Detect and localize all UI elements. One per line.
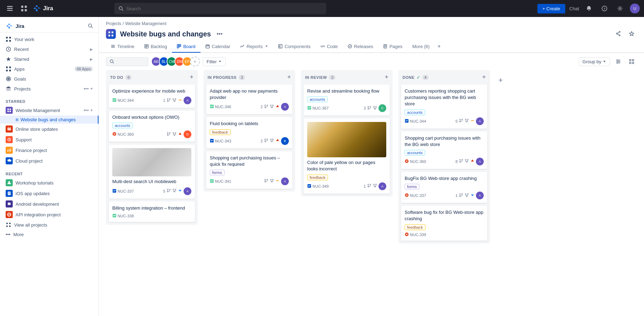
tab-board[interactable]: Board bbox=[172, 41, 201, 53]
filter-button[interactable]: Filter bbox=[203, 57, 226, 66]
tab-more6[interactable]: More (6) bbox=[407, 41, 435, 53]
projects-add-icon[interactable]: + bbox=[90, 86, 93, 92]
sidebar-project-support[interactable]: Support bbox=[0, 134, 99, 145]
tab-backlog[interactable]: Backlog bbox=[139, 41, 172, 53]
card-inp-3[interactable]: Shopping cart purchasing issues – quick … bbox=[206, 151, 292, 189]
card-todo-1[interactable]: Optimize experience for mobile web NUC-3… bbox=[109, 84, 195, 108]
card-done-2[interactable]: Shopping cart purchasing issues with the… bbox=[401, 131, 487, 169]
search-input[interactable] bbox=[126, 6, 322, 11]
tabs-bar: Timeline Backlog Board Calendar Reports bbox=[99, 39, 644, 53]
sidebar-project-cloud[interactable]: Cloud project bbox=[0, 156, 99, 166]
project-add-icon[interactable]: + bbox=[90, 107, 93, 113]
tab-pages[interactable]: Pages bbox=[378, 41, 407, 53]
card-done-3[interactable]: BugFix BG Web-store app crashing forms N… bbox=[401, 172, 487, 203]
tab-releases[interactable]: Releases bbox=[343, 41, 378, 53]
card-todo-4[interactable]: Billing system integration – frontend NU… bbox=[109, 201, 195, 222]
share-icon[interactable] bbox=[613, 30, 624, 39]
sidebar-view-all-projects[interactable]: View all projects bbox=[0, 220, 99, 230]
card-title: Color of pale yellow on our pages looks … bbox=[307, 159, 386, 172]
help-icon[interactable]: ? bbox=[599, 3, 610, 14]
column-done: DONE ✓ 4 + Customers reporting shopping … bbox=[398, 70, 490, 244]
settings-icon[interactable] bbox=[614, 3, 626, 14]
card-meta: 1 A bbox=[163, 96, 191, 104]
sidebar-item-starred[interactable]: Starred ▶ bbox=[0, 54, 99, 64]
svg-point-140 bbox=[267, 139, 268, 140]
sidebar-item-goals[interactable]: Goals bbox=[0, 74, 99, 84]
sidebar-project-online-store[interactable]: Online store updates bbox=[0, 124, 99, 134]
card-todo-2[interactable]: Onboard workout options (OWO) accounts N… bbox=[109, 111, 195, 142]
card-done-4[interactable]: Software bug fix for BG Web-store app cr… bbox=[401, 206, 487, 240]
card-title: Onboard workout options (OWO) bbox=[112, 114, 191, 121]
projects-more-icon[interactable]: ••• bbox=[84, 86, 89, 92]
card-rev-1[interactable]: Revise and streamline booking flow accou… bbox=[304, 84, 390, 116]
sidebar-project-website-management[interactable]: Website Management ••• + bbox=[0, 105, 99, 116]
recent-label: Recent bbox=[14, 47, 87, 52]
card-inp-2[interactable]: Fluid booking on tablets feedback NUC-34… bbox=[206, 117, 292, 148]
card-todo-3[interactable]: Multi-dest search UI mobileweb NUC-337 5… bbox=[109, 145, 195, 198]
column-title-inreview: IN REVIEW bbox=[305, 75, 327, 80]
card-avatar: D bbox=[184, 130, 191, 138]
sidebar-project-api[interactable]: API integration project bbox=[0, 209, 99, 220]
search-bar[interactable] bbox=[114, 3, 326, 14]
cloud-label: Cloud project bbox=[16, 158, 93, 164]
board-view-icon[interactable] bbox=[626, 58, 637, 65]
tab-code[interactable]: Code bbox=[316, 41, 343, 53]
board-search-filter[interactable] bbox=[106, 57, 148, 66]
sidebar-project-finance[interactable]: Finance project bbox=[0, 145, 99, 156]
page-more-btn[interactable]: ••• bbox=[215, 29, 224, 39]
board-settings-icon[interactable] bbox=[613, 58, 624, 65]
jira-logo[interactable]: Jira bbox=[32, 4, 53, 13]
sidebar-subitem-website-bugs[interactable]: ⊞ Website bugs and changes bbox=[0, 116, 99, 124]
svg-point-173 bbox=[460, 119, 461, 120]
sidebar-toggle-icon[interactable] bbox=[4, 3, 16, 14]
sidebar-project-workshop[interactable]: Workshop tutorials bbox=[0, 177, 99, 188]
svg-rect-68 bbox=[177, 45, 178, 48]
sidebar-project-android[interactable]: Android development bbox=[0, 199, 99, 209]
avatar-add-btn[interactable]: + bbox=[190, 57, 200, 66]
card-avatar: A bbox=[281, 177, 289, 185]
breadcrumb-projects-link[interactable]: Projects bbox=[106, 21, 121, 26]
column-add-btn-inprogress[interactable]: + bbox=[287, 74, 291, 81]
card-tag: feedback bbox=[210, 129, 231, 135]
project-more-icon[interactable]: ••• bbox=[84, 107, 89, 113]
add-column-icon[interactable]: + bbox=[496, 74, 506, 87]
tab-reports[interactable]: Reports bbox=[235, 41, 273, 53]
create-button[interactable]: + Create bbox=[537, 4, 565, 13]
sidebar-project-ios[interactable]: iOS app updates bbox=[0, 188, 99, 199]
board-search-input[interactable] bbox=[116, 59, 137, 64]
sidebar-item-your-work[interactable]: Your work bbox=[0, 34, 99, 44]
sidebar-item-recent[interactable]: Recent ▶ bbox=[0, 44, 99, 54]
card-meta: 8 A bbox=[455, 158, 484, 165]
sidebar-item-apps[interactable]: Apps 88 Apps bbox=[0, 64, 99, 74]
tab-calendar[interactable]: Calendar bbox=[201, 41, 235, 53]
user-avatar[interactable]: U bbox=[630, 4, 640, 13]
breadcrumb-project-link[interactable]: Website Management bbox=[125, 21, 167, 26]
column-add-btn-todo[interactable]: + bbox=[190, 74, 193, 81]
card-rev-2[interactable]: Color of pale yellow on our pages looks … bbox=[304, 118, 390, 193]
add-column-btn[interactable]: + bbox=[496, 70, 506, 87]
star-header-icon[interactable] bbox=[626, 30, 637, 39]
group-by-button[interactable]: Group by bbox=[579, 57, 610, 66]
column-count-todo: 6 bbox=[125, 75, 132, 80]
page-title-icon bbox=[106, 29, 116, 39]
apps-grid-icon[interactable] bbox=[18, 3, 30, 14]
svg-point-124 bbox=[173, 189, 174, 190]
sidebar-more-btn[interactable]: ••• More bbox=[0, 230, 99, 239]
card-id: NUC-339 bbox=[405, 232, 426, 237]
column-add-btn-inreview[interactable]: + bbox=[384, 74, 388, 81]
chat-label[interactable]: Chat bbox=[570, 6, 579, 11]
sidebar-item-projects[interactable]: Projects ••• + bbox=[0, 84, 99, 94]
column-cards-todo: Optimize experience for mobile web NUC-3… bbox=[106, 83, 198, 225]
column-inreview: IN REVIEW 3 + Revise and streamline book… bbox=[301, 70, 393, 197]
bell-icon[interactable] bbox=[583, 3, 595, 14]
merge-icon bbox=[172, 132, 177, 137]
card-inp-1[interactable]: Adapt web app no new payments provider N… bbox=[206, 84, 292, 114]
page-title: Website bugs and changes bbox=[120, 30, 211, 38]
tab-timeline[interactable]: Timeline bbox=[106, 41, 139, 53]
tab-add-btn[interactable]: + bbox=[435, 40, 443, 52]
sidebar-search-icon[interactable] bbox=[88, 23, 93, 29]
tab-components[interactable]: Components bbox=[273, 41, 316, 53]
more-label: More bbox=[13, 232, 24, 237]
card-done-1[interactable]: Customers reporting shopping cart purcha… bbox=[401, 84, 487, 129]
column-add-btn-done[interactable]: + bbox=[482, 74, 486, 81]
